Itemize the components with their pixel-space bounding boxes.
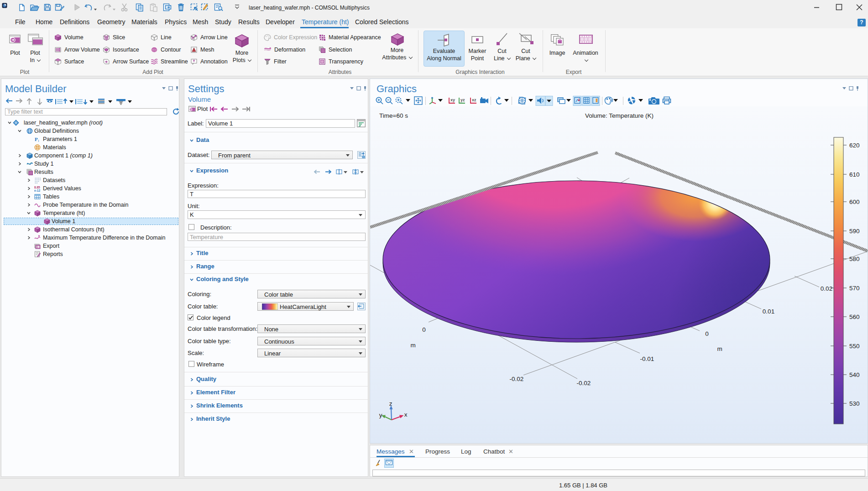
svg-text:530: 530 [849, 400, 860, 407]
svg-text:e-12: e-12 [34, 189, 40, 192]
svg-text:m: m [410, 342, 415, 349]
svg-text:0: 0 [705, 330, 709, 337]
svg-text:8.85: 8.85 [34, 186, 40, 189]
svg-text:yz: yz [460, 98, 465, 102]
svg-text:-0.01: -0.01 [640, 355, 654, 362]
svg-text:xy: xy [450, 98, 455, 102]
svg-text:600: 600 [849, 198, 860, 205]
svg-text:560: 560 [849, 313, 860, 320]
svg-text:y: y [379, 412, 382, 418]
svg-text:610: 610 [849, 171, 860, 178]
svg-text:-0.02: -0.02 [577, 380, 591, 387]
svg-text:-0.02: -0.02 [510, 376, 524, 382]
svg-text:0.02: 0.02 [821, 285, 832, 292]
svg-text:m: m [717, 345, 722, 352]
svg-text:0.01: 0.01 [763, 308, 774, 315]
svg-text:i: i [38, 139, 39, 143]
svg-text:Volume: Temperature (K): Volume: Temperature (K) [585, 112, 654, 119]
svg-text:620: 620 [849, 142, 860, 149]
svg-text:z: z [389, 400, 392, 407]
svg-text:590: 590 [849, 228, 860, 235]
svg-text:550: 550 [849, 343, 860, 350]
svg-text:xz: xz [472, 98, 476, 102]
svg-text:Time=60 s: Time=60 s [379, 112, 408, 119]
svg-text:0: 0 [422, 326, 426, 333]
svg-text:P: P [35, 136, 38, 142]
svg-text:570: 570 [849, 285, 860, 292]
svg-text:x: x [404, 411, 408, 418]
svg-text:580: 580 [849, 256, 860, 262]
svg-text:540: 540 [849, 371, 860, 378]
